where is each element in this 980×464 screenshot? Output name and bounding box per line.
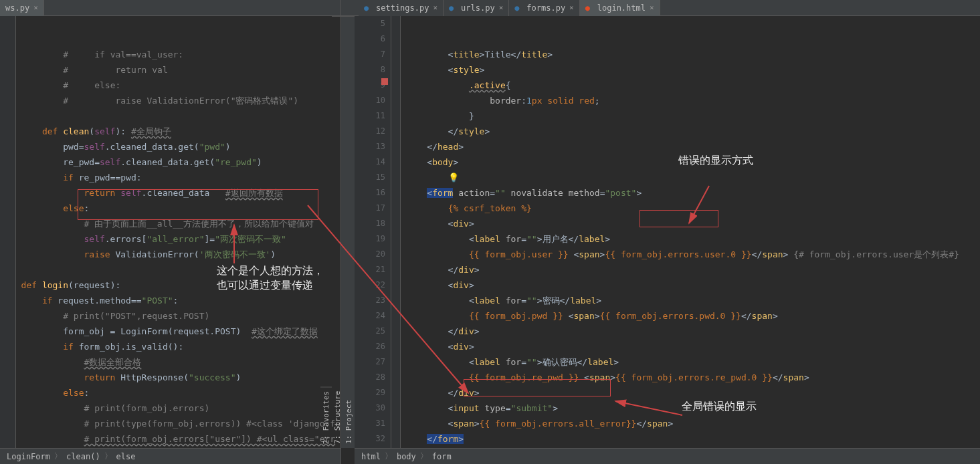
file-icon [364, 3, 373, 13]
close-icon[interactable]: × [569, 3, 574, 12]
tab-label: forms.py [526, 3, 565, 13]
left-code[interactable]: # if val==val_user: # return val # else:… [16, 16, 340, 448]
breadcrumb-item[interactable]: form [432, 452, 452, 461]
left-editor[interactable]: # if val==val_user: # return val # else:… [0, 16, 340, 448]
chevron-right-icon: 〉 [420, 451, 428, 462]
chevron-right-icon: 〉 [104, 451, 112, 462]
close-icon[interactable]: × [33, 3, 38, 12]
left-tab-bar: ws.py × [0, 0, 340, 16]
tab-settings-py[interactable]: settings.py× [359, 0, 444, 16]
breadcrumb-item[interactable]: html [361, 452, 381, 461]
right-code[interactable]: <title>Title</title> <style> .active{ bo… [401, 16, 980, 448]
breadcrumb-item[interactable]: body [397, 452, 416, 461]
tab-label: settings.py [376, 3, 429, 13]
side-tool-bar[interactable]: 1: Project 7: Structure 2: Favorites [341, 16, 355, 448]
tab-ws-py[interactable]: ws.py × [0, 0, 44, 16]
tool-structure[interactable]: 7: Structure [332, 16, 343, 448]
breadcrumb-item[interactable]: LoginForm [7, 452, 50, 461]
tab-login-html[interactable]: login.html× [580, 0, 660, 16]
breadcrumb-item[interactable]: clean() [66, 452, 100, 461]
tool-project[interactable]: 1: Project [343, 16, 355, 448]
tab-label: login.html [597, 3, 646, 13]
tool-favorites[interactable]: 2: Favorites [320, 386, 332, 448]
file-icon [585, 3, 595, 13]
breadcrumb-item[interactable]: else [116, 452, 136, 461]
tab-forms-py[interactable]: forms.py× [509, 0, 579, 16]
close-icon[interactable]: × [650, 3, 654, 12]
close-icon[interactable]: × [433, 3, 437, 12]
right-editor[interactable]: 5678910111213141516171819202122232425262… [355, 16, 980, 448]
left-breadcrumb[interactable]: LoginForm〉 clean()〉 else [0, 448, 340, 464]
left-gutter [0, 16, 16, 448]
tab-label: urls.py [461, 3, 495, 13]
error-marker-icon [381, 78, 388, 85]
fold-gutter[interactable] [391, 16, 401, 448]
tab-urls-py[interactable]: urls.py× [444, 0, 509, 16]
file-icon [514, 3, 524, 13]
file-icon [449, 3, 458, 13]
tab-label: ws.py [5, 3, 29, 13]
left-editor-pane: ws.py × # if val==val_user: # return val… [0, 0, 341, 464]
right-editor-pane: 1: Project 7: Structure 2: Favorites set… [341, 0, 980, 464]
right-breadcrumb[interactable]: html〉 body〉 form [355, 448, 980, 464]
chevron-right-icon: 〉 [385, 451, 393, 462]
close-icon[interactable]: × [499, 3, 504, 12]
chevron-right-icon: 〉 [54, 451, 62, 462]
right-tab-bar: settings.py×urls.py×forms.py×login.html× [341, 0, 980, 16]
